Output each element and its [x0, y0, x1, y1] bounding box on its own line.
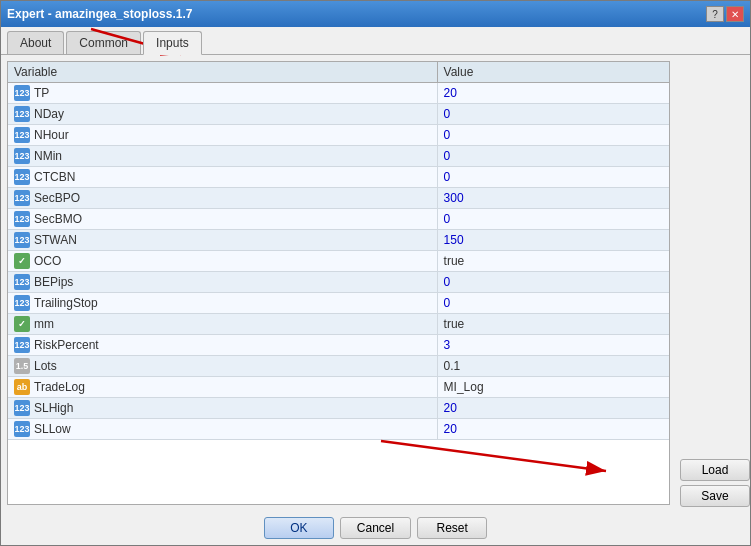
content-area: Variable Value 123TP20123NDay0123NHour01…	[1, 55, 676, 511]
var-name: NHour	[34, 128, 69, 142]
var-cell: 123SLLow	[8, 419, 437, 440]
var-cell: 123TP	[8, 83, 437, 104]
table-section: Variable Value 123TP20123NDay0123NHour01…	[1, 55, 750, 511]
var-cell: 123NDay	[8, 104, 437, 125]
load-save-area: Load Save	[676, 55, 750, 511]
var-name: OCO	[34, 254, 61, 268]
type-icon: 123	[14, 337, 30, 353]
var-name: STWAN	[34, 233, 77, 247]
table-row[interactable]: 123SLHigh20	[8, 398, 669, 419]
var-cell: 123RiskPercent	[8, 335, 437, 356]
var-name: SecBPO	[34, 191, 80, 205]
title-bar: Expert - amazingea_stoploss.1.7 ? ✕	[1, 1, 750, 27]
table-row[interactable]: 123TP20	[8, 83, 669, 104]
val-cell: 300	[437, 188, 669, 209]
var-cell: 123NMin	[8, 146, 437, 167]
tab-about[interactable]: About	[7, 31, 64, 54]
var-name: TP	[34, 86, 49, 100]
table-row[interactable]: 123NMin0	[8, 146, 669, 167]
table-row[interactable]: 123NHour0	[8, 125, 669, 146]
table-row[interactable]: 123NDay0	[8, 104, 669, 125]
var-cell: 123CTCBN	[8, 167, 437, 188]
var-cell: ✓OCO	[8, 251, 437, 272]
val-cell: 0	[437, 146, 669, 167]
var-cell: 123STWAN	[8, 230, 437, 251]
val-cell: 0	[437, 125, 669, 146]
type-icon: 123	[14, 169, 30, 185]
var-cell: 123SecBMO	[8, 209, 437, 230]
reset-button[interactable]: Reset	[417, 517, 487, 539]
var-cell: 123SecBPO	[8, 188, 437, 209]
table-row[interactable]: 1.5Lots0.1	[8, 356, 669, 377]
window-title: Expert - amazingea_stoploss.1.7	[7, 7, 192, 21]
var-name: TradeLog	[34, 380, 85, 394]
type-icon: ✓	[14, 253, 30, 269]
help-button[interactable]: ?	[706, 6, 724, 22]
var-name: BEPips	[34, 275, 73, 289]
type-icon: 123	[14, 274, 30, 290]
var-cell: abTradeLog	[8, 377, 437, 398]
var-cell: 123NHour	[8, 125, 437, 146]
table-row[interactable]: 123STWAN150	[8, 230, 669, 251]
tab-common[interactable]: Common	[66, 31, 141, 54]
title-buttons: ? ✕	[706, 6, 744, 22]
main-content: Variable Value 123TP20123NDay0123NHour01…	[1, 55, 750, 545]
tab-inputs[interactable]: Inputs	[143, 31, 202, 55]
var-cell: 1.5Lots	[8, 356, 437, 377]
ok-button[interactable]: OK	[264, 517, 334, 539]
table-row[interactable]: 123SecBPO300	[8, 188, 669, 209]
type-icon: ✓	[14, 316, 30, 332]
table-row[interactable]: ✓mmtrue	[8, 314, 669, 335]
type-icon: ab	[14, 379, 30, 395]
var-name: mm	[34, 317, 54, 331]
bottom-buttons: OK Cancel Reset	[1, 511, 750, 545]
type-icon: 1.5	[14, 358, 30, 374]
table-row[interactable]: 123RiskPercent3	[8, 335, 669, 356]
type-icon: 123	[14, 190, 30, 206]
val-cell: 0	[437, 293, 669, 314]
table-row[interactable]: abTradeLogMI_Log	[8, 377, 669, 398]
var-name: Lots	[34, 359, 57, 373]
table-row[interactable]: 123SecBMO0	[8, 209, 669, 230]
table-row[interactable]: ✓OCOtrue	[8, 251, 669, 272]
type-icon: 123	[14, 85, 30, 101]
table-row[interactable]: 123CTCBN0	[8, 167, 669, 188]
cancel-button[interactable]: Cancel	[340, 517, 411, 539]
var-name: NMin	[34, 149, 62, 163]
val-cell: 0	[437, 104, 669, 125]
inputs-table[interactable]: Variable Value 123TP20123NDay0123NHour01…	[7, 61, 670, 505]
main-window: Expert - amazingea_stoploss.1.7 ? ✕ Abou…	[0, 0, 751, 546]
table-row[interactable]: 123TrailingStop0	[8, 293, 669, 314]
val-cell: 3	[437, 335, 669, 356]
type-icon: 123	[14, 211, 30, 227]
var-name: SecBMO	[34, 212, 82, 226]
col-value: Value	[437, 62, 669, 83]
var-cell: 123SLHigh	[8, 398, 437, 419]
tab-bar: About Common Inputs	[1, 27, 750, 55]
type-icon: 123	[14, 421, 30, 437]
type-icon: 123	[14, 400, 30, 416]
val-cell: 0.1	[437, 356, 669, 377]
type-icon: 123	[14, 127, 30, 143]
val-cell: 150	[437, 230, 669, 251]
val-cell: 0	[437, 272, 669, 293]
load-button[interactable]: Load	[680, 459, 750, 481]
val-cell: MI_Log	[437, 377, 669, 398]
var-name: RiskPercent	[34, 338, 99, 352]
table-row[interactable]: 123SLLow20	[8, 419, 669, 440]
var-name: TrailingStop	[34, 296, 98, 310]
var-name: SLLow	[34, 422, 71, 436]
val-cell: 20	[437, 83, 669, 104]
col-variable: Variable	[8, 62, 437, 83]
var-cell: 123TrailingStop	[8, 293, 437, 314]
val-cell: 20	[437, 398, 669, 419]
val-cell: 20	[437, 419, 669, 440]
var-cell: ✓mm	[8, 314, 437, 335]
type-icon: 123	[14, 232, 30, 248]
type-icon: 123	[14, 106, 30, 122]
save-button[interactable]: Save	[680, 485, 750, 507]
val-cell: 0	[437, 167, 669, 188]
table-row[interactable]: 123BEPips0	[8, 272, 669, 293]
val-cell: 0	[437, 209, 669, 230]
close-button[interactable]: ✕	[726, 6, 744, 22]
